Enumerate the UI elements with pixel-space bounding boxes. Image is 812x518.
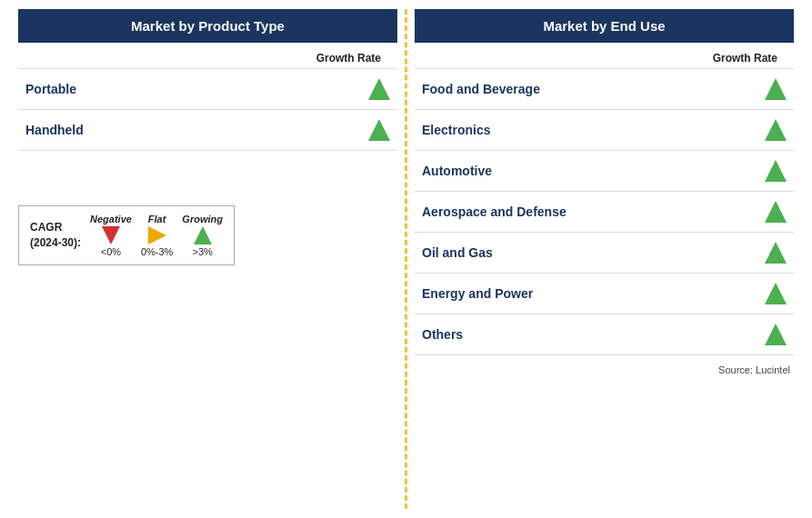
list-item: Electronics (415, 109, 794, 150)
legend-box: CAGR (2024-30): Negative <0% Flat 0%-3% … (18, 205, 235, 265)
negative-label: Negative (90, 214, 132, 224)
flat-value: 0%-3% (141, 246, 173, 257)
right-panel-rows: Food and Beverage Electronics Automotive… (415, 68, 794, 355)
left-panel-rows: Portable Handheld (18, 68, 397, 151)
enduse-oil-label: Oil and Gas (422, 245, 493, 260)
growing-label: Growing (182, 214, 223, 224)
enduse-food-label: Food and Beverage (422, 82, 540, 96)
left-growth-rate-label: Growth Rate (18, 52, 397, 65)
list-item: Automotive (415, 150, 794, 191)
legend-growing: Growing >3% (182, 214, 223, 257)
main-container: Market by Product Type Growth Rate Porta… (0, 0, 812, 518)
legend-flat: Flat 0%-3% (141, 214, 173, 257)
source-text: Source: Lucintel (415, 355, 794, 375)
enduse-automotive-label: Automotive (422, 164, 492, 178)
product-portable-label: Portable (25, 82, 76, 96)
legend-cagr: CAGR (2024-30): (30, 220, 81, 251)
enduse-electronics-label: Electronics (422, 123, 490, 137)
list-item: Food and Beverage (415, 68, 794, 109)
left-panel: Market by Product Type Growth Rate Porta… (18, 9, 397, 265)
arrow-up-icon (765, 201, 787, 223)
list-item: Energy and Power (415, 273, 794, 314)
arrow-down-icon (102, 226, 120, 244)
list-item: Portable (18, 68, 397, 109)
list-item: Aerospace and Defense (415, 191, 794, 232)
arrow-up-icon (765, 283, 787, 304)
arrow-up-icon (765, 242, 787, 264)
list-item: Handheld (18, 109, 397, 151)
enduse-others-label: Others (422, 327, 463, 342)
right-panel: Market by End Use Growth Rate Food and B… (415, 9, 794, 375)
right-panel-header: Market by End Use (415, 9, 794, 43)
arrow-right-icon (148, 226, 166, 244)
arrow-up-icon (765, 119, 787, 141)
arrow-up-icon (368, 78, 390, 100)
arrow-up-icon (765, 324, 787, 345)
growing-value: >3% (193, 246, 213, 257)
negative-value: <0% (101, 246, 121, 257)
list-item: Others (415, 314, 794, 355)
vertical-divider (405, 9, 407, 509)
product-handheld-label: Handheld (25, 123, 84, 137)
right-growth-rate-label: Growth Rate (415, 52, 794, 65)
list-item: Oil and Gas (415, 232, 794, 273)
arrow-up-icon (765, 160, 787, 182)
enduse-aerospace-label: Aerospace and Defense (422, 204, 566, 219)
arrow-up-icon (368, 119, 390, 141)
arrow-up-icon (765, 78, 787, 100)
flat-label: Flat (148, 214, 166, 224)
enduse-energy-label: Energy and Power (422, 286, 533, 301)
legend-negative: Negative <0% (90, 214, 132, 257)
arrow-up-green-icon (194, 226, 212, 244)
left-panel-header: Market by Product Type (18, 9, 397, 43)
